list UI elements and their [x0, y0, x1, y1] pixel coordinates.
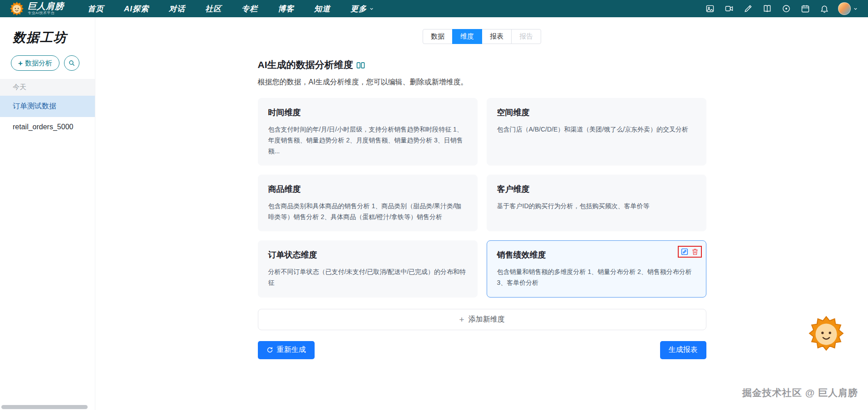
generate-report-button[interactable]: 生成报表	[660, 341, 706, 359]
app-title: 数据工坊	[0, 17, 95, 46]
nav-item-blog[interactable]: 博客	[278, 4, 294, 14]
main-nav: 首页 AI探索 对话 社区 专栏 博客 知道 更多	[88, 4, 374, 14]
new-analysis-button[interactable]: + 数据分析	[11, 55, 59, 71]
card-desc: 包含支付时间的年/月/日/小时层级，支持分析销售趋势和时段特征 1、年度销售额、…	[268, 124, 467, 156]
card-desc: 分析不同订单状态（已支付/未支付/已取消/配送中/已完成）的分布和特征	[268, 266, 467, 288]
delete-icon[interactable]	[691, 248, 699, 256]
refresh-icon	[266, 347, 273, 353]
card-actions-highlight-box	[678, 246, 702, 258]
calendar-icon[interactable]	[800, 4, 810, 14]
image-icon[interactable]	[705, 4, 715, 14]
pen-icon[interactable]	[743, 4, 753, 14]
dimension-card-customer[interactable]: 客户维度 基于客户ID的购买行为分析，包括购买频次、客单价等	[487, 175, 706, 231]
book-icon[interactable]	[762, 4, 772, 14]
card-title: 商品维度	[268, 184, 467, 195]
card-desc: 包含商品类别和具体商品的销售分析 1、商品类别（甜品类/果汁类/咖啡类等）销售分…	[268, 200, 467, 222]
brand-logo-lion-icon	[10, 2, 24, 15]
nav-item-more-label: 更多	[350, 4, 367, 14]
dimension-card-product[interactable]: 商品维度 包含商品类别和具体商品的销售分析 1、商品类别（甜品类/果汁类/咖啡类…	[258, 175, 478, 231]
edit-icon[interactable]	[681, 248, 689, 256]
nav-item-home[interactable]: 首页	[88, 4, 104, 14]
card-title: 销售绩效维度	[497, 249, 696, 260]
user-avatar[interactable]	[838, 2, 851, 15]
regenerate-button[interactable]: 重新生成	[258, 341, 315, 359]
plus-icon: +	[18, 59, 23, 67]
user-menu[interactable]	[838, 2, 858, 15]
nav-item-chat[interactable]: 对话	[169, 4, 185, 14]
brand-tagline: 专业AI技术平台	[28, 11, 64, 15]
nav-item-know[interactable]: 知道	[314, 4, 330, 14]
section-label-today: 今天	[0, 79, 95, 96]
tab-report-table[interactable]: 报表	[482, 29, 512, 44]
plus-icon: +	[459, 315, 464, 324]
search-icon	[68, 59, 75, 67]
dimension-cards: 时间维度 包含支付时间的年/月/日/小时层级，支持分析销售趋势和时段特征 1、年…	[258, 98, 706, 298]
sidebar-item-order-test-data[interactable]: 订单测试数据	[0, 96, 95, 117]
tab-data[interactable]: 数据	[423, 29, 453, 44]
page-subtitle: 根据您的数据，AI生成分析维度，您可以编辑、删除或新增维度。	[258, 78, 706, 87]
main-content: 数据 维度 报表 报告 AI生成的数据分析维度 根据您的数据，AI生成分析维度，…	[96, 17, 868, 410]
pages-icon	[356, 62, 365, 69]
content-area: AI生成的数据分析维度 根据您的数据，AI生成分析维度，您可以编辑、删除或新增维…	[258, 59, 706, 359]
dimension-card-time[interactable]: 时间维度 包含支付时间的年/月/日/小时层级，支持分析销售趋势和时段特征 1、年…	[258, 98, 478, 166]
page-title: AI生成的数据分析维度	[258, 59, 353, 71]
nav-item-column[interactable]: 专栏	[242, 4, 258, 14]
card-title: 时间维度	[268, 107, 467, 118]
sidebar: 数据工坊 + 数据分析 今天 订单测试数据 retail_orders_5000	[0, 17, 95, 410]
new-analysis-label: 数据分析	[25, 59, 52, 68]
dimension-card-sales-performance[interactable]: 销售绩效维度 包含销量和销售额的多维度分析 1、销量分布分析 2、销售额分布分析…	[487, 240, 706, 297]
sidebar-item-retail-orders[interactable]: retail_orders_5000	[0, 117, 95, 137]
sidebar-actions: + 数据分析	[0, 46, 95, 79]
bell-icon[interactable]	[819, 4, 829, 14]
lion-mascot	[809, 316, 844, 351]
target-icon[interactable]	[781, 4, 791, 14]
card-desc: 基于客户ID的购买行为分析，包括购买频次、客单价等	[497, 200, 696, 211]
card-title: 客户维度	[497, 184, 696, 195]
card-desc: 包含门店（A/B/C/D/E）和渠道（美团/饿了么/京东外卖）的交叉分析	[497, 124, 696, 135]
brand-name: 巨人肩膀	[28, 2, 64, 11]
brand[interactable]: 巨人肩膀 专业AI技术平台	[10, 2, 64, 15]
watermark: 掘金技术社区 @ 巨人肩膀	[742, 386, 858, 399]
nav-item-community[interactable]: 社区	[205, 4, 222, 14]
navbar-right-tools	[705, 2, 858, 15]
tab-dimension[interactable]: 维度	[452, 29, 482, 44]
tab-report[interactable]: 报告	[511, 29, 541, 44]
card-title: 订单状态维度	[268, 249, 467, 260]
top-navbar: 巨人肩膀 专业AI技术平台 首页 AI探索 对话 社区 专栏 博客 知道 更多	[0, 0, 868, 17]
generate-report-label: 生成报表	[669, 345, 698, 355]
actions-row: 重新生成 生成报表	[258, 341, 706, 359]
page-title-row: AI生成的数据分析维度	[258, 59, 706, 71]
add-dimension-label: 添加新维度	[469, 315, 505, 324]
horizontal-scrollbar[interactable]	[1, 405, 88, 409]
dimension-card-order-status[interactable]: 订单状态维度 分析不同订单状态（已支付/未支付/已取消/配送中/已完成）的分布和…	[258, 240, 478, 297]
search-button[interactable]	[64, 55, 79, 71]
add-dimension-button[interactable]: + 添加新维度	[258, 309, 706, 330]
regenerate-label: 重新生成	[277, 345, 306, 355]
nav-item-ai-explore[interactable]: AI探索	[124, 4, 149, 14]
nav-item-more[interactable]: 更多	[350, 4, 374, 14]
video-icon[interactable]	[724, 4, 734, 14]
chevron-down-icon	[369, 6, 374, 11]
tabs-row: 数据 维度 报表 报告	[96, 17, 868, 44]
dimension-card-space[interactable]: 空间维度 包含门店（A/B/C/D/E）和渠道（美团/饿了么/京东外卖）的交叉分…	[487, 98, 706, 166]
chevron-down-icon	[853, 6, 858, 11]
view-tabs: 数据 维度 报表 报告	[423, 29, 541, 44]
card-desc: 包含销量和销售额的多维度分析 1、销量分布分析 2、销售额分布分析 3、客单价分…	[497, 266, 696, 288]
card-title: 空间维度	[497, 107, 696, 118]
